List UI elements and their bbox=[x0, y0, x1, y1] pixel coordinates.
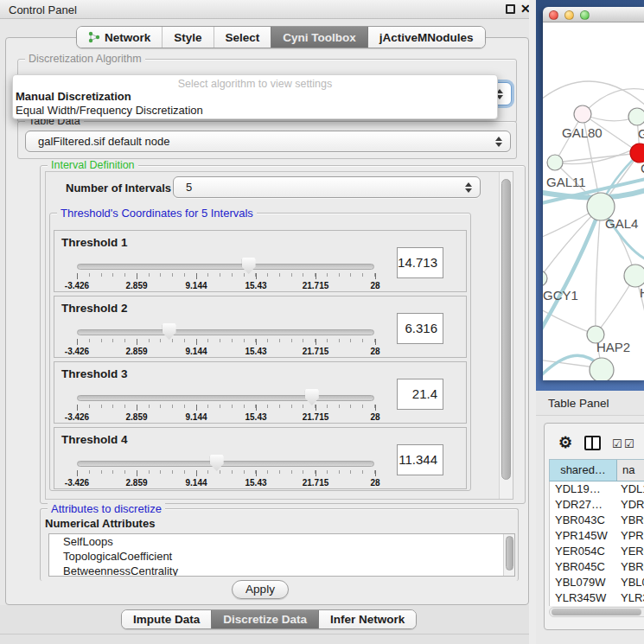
cell[interactable]: YPR1 bbox=[617, 528, 644, 544]
tab-impute-data-label: Impute Data bbox=[133, 613, 200, 626]
tab-infer-network[interactable]: Infer Network bbox=[318, 610, 416, 628]
threshold-2-slider-thumb[interactable] bbox=[163, 323, 176, 340]
node-gal11[interactable] bbox=[547, 155, 563, 170]
threshold-4-slider-thumb[interactable] bbox=[210, 455, 224, 471]
checkbox-icon[interactable]: ☑ bbox=[624, 437, 634, 450]
node-selected-red[interactable] bbox=[630, 143, 644, 163]
node-label-clipped-h: H bbox=[640, 285, 644, 300]
threshold-1-label: Threshold 1 bbox=[61, 236, 128, 249]
tab-jactivemnodules[interactable]: jActiveMNodules bbox=[367, 27, 485, 48]
node-bottom[interactable] bbox=[590, 358, 614, 380]
network-view-window: GAL80 G GAL11 C GAL4 GCY1 H HAP2 bbox=[543, 7, 644, 380]
table-row[interactable]: YDL19… YDL1 bbox=[550, 481, 644, 497]
cell[interactable]: YBR0 bbox=[617, 513, 644, 528]
attributes-scrollbar-thumb[interactable] bbox=[506, 536, 513, 571]
threshold-3-slider-thumb[interactable] bbox=[305, 389, 319, 405]
table-horizontal-scrollbar[interactable] bbox=[549, 607, 644, 617]
tick-label: 28 bbox=[370, 281, 379, 290]
combo-arrows-icon bbox=[465, 182, 472, 193]
float-window-icon[interactable] bbox=[506, 4, 515, 14]
threshold-2-value-field[interactable]: 6.316 bbox=[397, 313, 443, 344]
list-item-selfloops[interactable]: SelfLoops bbox=[49, 534, 514, 549]
cell[interactable]: YBR045C bbox=[550, 559, 617, 575]
network-canvas[interactable]: GAL80 G GAL11 C GAL4 GCY1 H HAP2 bbox=[543, 22, 644, 380]
split-columns-icon[interactable] bbox=[584, 436, 601, 450]
network-window-titlebar bbox=[543, 7, 644, 22]
popup-option-manual-discretization[interactable]: Manual Discretization bbox=[16, 90, 131, 103]
column-header-shared[interactable]: shared… bbox=[550, 460, 617, 481]
network-graph: GAL80 G GAL11 C GAL4 GCY1 H HAP2 bbox=[543, 22, 644, 380]
list-item-betweennesscentrality[interactable]: BetweennessCentrality bbox=[49, 564, 514, 577]
tab-network[interactable]: Network bbox=[77, 27, 162, 48]
table-hscrollbar-thumb[interactable] bbox=[552, 609, 641, 615]
table-row[interactable]: YBR045C YBR0 bbox=[550, 559, 644, 575]
threshold-1-slider-thumb[interactable] bbox=[242, 258, 256, 274]
algorithm-popup-hint: Select algorithm to view settings bbox=[13, 78, 497, 90]
table-header-row: shared… na bbox=[549, 459, 644, 481]
table-data-combobox[interactable]: galFiltered.sif default node bbox=[25, 131, 511, 152]
threshold-3-value-field[interactable]: 21.4 bbox=[397, 379, 443, 410]
threshold-3-slider-track[interactable] bbox=[77, 395, 374, 401]
checkbox-icon[interactable]: ☑ bbox=[612, 437, 622, 450]
table-row[interactable]: YPR145W YPR1 bbox=[550, 528, 644, 544]
attributes-list-scrollbar[interactable] bbox=[503, 534, 514, 576]
threshold-2-slider-track[interactable] bbox=[77, 329, 374, 335]
number-of-intervals-combobox[interactable]: 5 bbox=[173, 176, 481, 198]
tab-select[interactable]: Select bbox=[214, 27, 271, 48]
tab-impute-data[interactable]: Impute Data bbox=[122, 610, 211, 628]
cell[interactable]: YLR3 bbox=[617, 590, 644, 606]
apply-button[interactable]: Apply bbox=[232, 580, 289, 599]
tick-label: -3.426 bbox=[65, 412, 89, 422]
close-traffic-light-icon[interactable] bbox=[549, 10, 558, 20]
cell[interactable]: YDR2 bbox=[617, 497, 644, 513]
cell[interactable]: YER054C bbox=[550, 544, 617, 559]
cell[interactable]: YLR345W bbox=[550, 590, 617, 606]
popup-option-equal-width-frequency[interactable]: Equal Width/Frequency Discretization bbox=[16, 104, 203, 117]
cell[interactable]: YDR27… bbox=[550, 497, 617, 513]
table-row[interactable]: YBL079W YBL0 bbox=[550, 575, 644, 590]
number-of-intervals-value: 5 bbox=[186, 181, 192, 194]
table-row[interactable]: YLR345W YLR3 bbox=[550, 590, 644, 606]
column-header-name[interactable]: na bbox=[617, 460, 644, 481]
interval-scrollbar-thumb[interactable] bbox=[501, 179, 511, 480]
table-row[interactable]: YDR27… YDR2 bbox=[550, 497, 644, 513]
cell[interactable]: YDL19… bbox=[550, 481, 617, 497]
control-panel-tabs: Network Style Select Cyni Toolbox jActiv… bbox=[76, 26, 486, 48]
tick-label: -3.426 bbox=[65, 478, 89, 488]
gear-icon[interactable]: ⚙ bbox=[558, 433, 572, 452]
node-label-hap2: HAP2 bbox=[596, 340, 630, 354]
minimize-traffic-light-icon[interactable] bbox=[564, 10, 574, 20]
tick-label: 28 bbox=[370, 478, 379, 488]
tab-discretize-data[interactable]: Discretize Data bbox=[211, 610, 318, 628]
tick-label: -3.426 bbox=[65, 281, 89, 290]
node-gcy1[interactable] bbox=[543, 271, 547, 286]
node-gal80[interactable] bbox=[574, 105, 591, 123]
list-item-topologicalcoefficient[interactable]: TopologicalCoefficient bbox=[49, 549, 514, 564]
table-row[interactable]: YER054C YER0 bbox=[550, 544, 644, 559]
tab-cyni-toolbox[interactable]: Cyni Toolbox bbox=[271, 27, 367, 48]
tick-label: 21.715 bbox=[303, 347, 329, 356]
threshold-1-value-field[interactable]: 14.713 bbox=[397, 247, 443, 278]
threshold-4-slider-track[interactable] bbox=[77, 461, 374, 467]
threshold-3-label: Threshold 3 bbox=[61, 367, 128, 380]
threshold-4-value-field[interactable]: 11.344 bbox=[397, 444, 443, 475]
cell[interactable]: YBR043C bbox=[550, 513, 617, 528]
threshold-2-ticks: -3.426 2.859 9.144 15.43 21.715 28 bbox=[77, 339, 375, 345]
cell[interactable]: YER0 bbox=[617, 544, 644, 559]
zoom-traffic-light-icon[interactable] bbox=[580, 10, 590, 20]
cyni-mode-tabs: Impute Data Discretize Data Infer Networ… bbox=[121, 609, 417, 629]
tab-cyni-toolbox-label: Cyni Toolbox bbox=[283, 31, 356, 44]
cell[interactable]: YBR0 bbox=[617, 559, 644, 575]
interval-vertical-scrollbar[interactable] bbox=[499, 172, 513, 499]
tick-label: 15.43 bbox=[245, 281, 266, 290]
tick-label: 9.144 bbox=[185, 347, 207, 356]
tab-style[interactable]: Style bbox=[162, 27, 213, 48]
cell[interactable]: YBL079W bbox=[550, 575, 617, 590]
table-row[interactable]: YBR043C YBR0 bbox=[550, 513, 644, 528]
threshold-1-slider-track[interactable] bbox=[77, 264, 374, 270]
cell[interactable]: YBL0 bbox=[617, 575, 644, 590]
node-h[interactable] bbox=[624, 265, 644, 287]
cell[interactable]: YDL1 bbox=[617, 481, 644, 497]
node-top-right[interactable] bbox=[628, 108, 644, 125]
cell[interactable]: YPR145W bbox=[550, 528, 617, 544]
